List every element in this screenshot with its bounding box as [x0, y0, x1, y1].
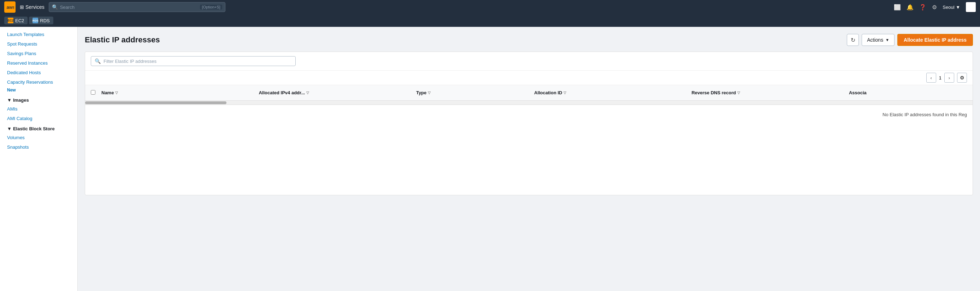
filter-input[interactable] [103, 59, 292, 64]
sidebar-item-dedicated-hosts[interactable]: Dedicated Hosts [0, 68, 77, 77]
type-sort-icon: ▽ [428, 91, 431, 95]
refresh-button[interactable]: ↻ [847, 34, 859, 46]
ipv4-sort-icon: ▽ [306, 91, 309, 95]
sidebar-section-images-label: Images [13, 97, 29, 103]
table-scrollbar[interactable] [85, 101, 972, 105]
service-tab-ec2[interactable]: EC2 EC2 [4, 17, 27, 24]
sidebar: Launch Templates Spot Requests Savings P… [0, 27, 78, 291]
sidebar-section-images[interactable]: ▼ Images [0, 95, 77, 104]
table-card: 🔍 ‹ 1 › ⚙ Name ▽ [85, 52, 973, 195]
filter-search-icon: 🔍 [95, 58, 101, 64]
rds-icon: RDS [32, 17, 38, 23]
actions-chevron-icon: ▼ [885, 38, 889, 42]
bell-icon[interactable]: 🔔 [907, 4, 913, 11]
select-all-checkbox[interactable] [91, 90, 95, 95]
ebs-chevron-icon: ▼ [7, 126, 12, 131]
pagination-current: 1 [939, 75, 942, 81]
col-header-association: Associa [849, 90, 967, 95]
sidebar-section-ebs[interactable]: ▼ Elastic Block Store [0, 123, 77, 133]
col-header-allocation-id[interactable]: Allocation ID ▽ [534, 90, 691, 95]
aws-logo[interactable]: aws [4, 2, 16, 13]
services-menu[interactable]: ⊞ Services [20, 4, 45, 10]
sidebar-item-spot-requests[interactable]: Spot Requests [0, 39, 77, 49]
service-tab-rds[interactable]: RDS RDS [29, 17, 53, 24]
actions-button[interactable]: Actions ▼ [862, 34, 894, 46]
sidebar-item-savings-plans[interactable]: Savings Plans [0, 49, 77, 58]
account-avatar[interactable] [966, 2, 976, 12]
allocation-sort-icon: ▽ [563, 91, 566, 95]
sidebar-item-capacity-reservations[interactable]: Capacity Reservations [0, 77, 77, 87]
pagination-settings-button[interactable]: ⚙ [957, 73, 967, 83]
pagination-prev-button[interactable]: ‹ [926, 73, 936, 83]
sidebar-item-amis[interactable]: AMIs [0, 104, 77, 114]
svg-text:aws: aws [6, 5, 14, 10]
search-input[interactable] [60, 5, 198, 10]
sidebar-section-ebs-label: Elastic Block Store [13, 126, 55, 131]
table-empty-message: No Elastic IP addresses found in this Re… [85, 105, 972, 124]
sidebar-item-reserved-instances[interactable]: Reserved Instances [0, 58, 77, 68]
region-selector[interactable]: Seoul ▼ [943, 5, 960, 10]
allocate-button[interactable]: Allocate Elastic IP address [897, 34, 973, 46]
search-icon: 🔍 [52, 4, 58, 10]
table-header: Name ▽ Allocated IPv4 addr... ▽ Type ▽ A… [85, 85, 972, 101]
header-actions: ↻ Actions ▼ Allocate Elastic IP address [847, 34, 973, 46]
filter-bar: 🔍 [85, 52, 972, 71]
sidebar-item-volumes[interactable]: Volumes [0, 133, 77, 142]
global-search[interactable]: 🔍 [Option+S] [49, 2, 225, 12]
ec2-tab-label: EC2 [15, 18, 24, 23]
col-header-reverse-dns[interactable]: Reverse DNS record ▽ [691, 90, 849, 95]
sidebar-item-snapshots[interactable]: Snapshots [0, 142, 77, 152]
ec2-icon: EC2 [8, 17, 13, 23]
help-icon[interactable]: ❓ [919, 4, 926, 11]
top-navigation: aws ⊞ Services 🔍 [Option+S] ⬜ 🔔 ❓ ⚙ Seou… [0, 0, 980, 14]
reverse-dns-sort-icon: ▽ [737, 91, 740, 95]
service-tabs: EC2 EC2 RDS RDS [0, 14, 980, 27]
settings-icon[interactable]: ⚙ [932, 4, 937, 11]
new-badge: New [7, 87, 16, 93]
select-all-checkbox-container [91, 90, 102, 96]
main-content: Elastic IP addresses ↻ Actions ▼ Allocat… [78, 27, 980, 291]
filter-container[interactable]: 🔍 [91, 56, 296, 66]
page-title: Elastic IP addresses [85, 35, 160, 45]
sidebar-item-launch-templates[interactable]: Launch Templates [0, 30, 77, 39]
nav-right-actions: ⬜ 🔔 ❓ ⚙ Seoul ▼ [894, 2, 976, 12]
col-header-ipv4[interactable]: Allocated IPv4 addr... ▽ [259, 90, 416, 95]
table-body [85, 124, 972, 195]
grid-icon: ⊞ [20, 4, 24, 10]
rds-tab-label: RDS [40, 18, 49, 23]
page-header: Elastic IP addresses ↻ Actions ▼ Allocat… [85, 34, 973, 46]
images-chevron-icon: ▼ [7, 97, 12, 103]
actions-label: Actions [867, 37, 883, 43]
table-scrollbar-thumb [85, 101, 226, 104]
main-layout: Launch Templates Spot Requests Savings P… [0, 27, 980, 291]
col-header-name[interactable]: Name ▽ [102, 90, 259, 95]
sidebar-item-ami-catalog[interactable]: AMI Catalog [0, 114, 77, 123]
col-header-type[interactable]: Type ▽ [416, 90, 534, 95]
refresh-icon: ↻ [851, 37, 855, 43]
pagination-next-button[interactable]: › [944, 73, 954, 83]
search-shortcut: [Option+S] [200, 5, 222, 10]
terminal-icon[interactable]: ⬜ [894, 4, 901, 11]
name-sort-icon: ▽ [115, 91, 118, 95]
